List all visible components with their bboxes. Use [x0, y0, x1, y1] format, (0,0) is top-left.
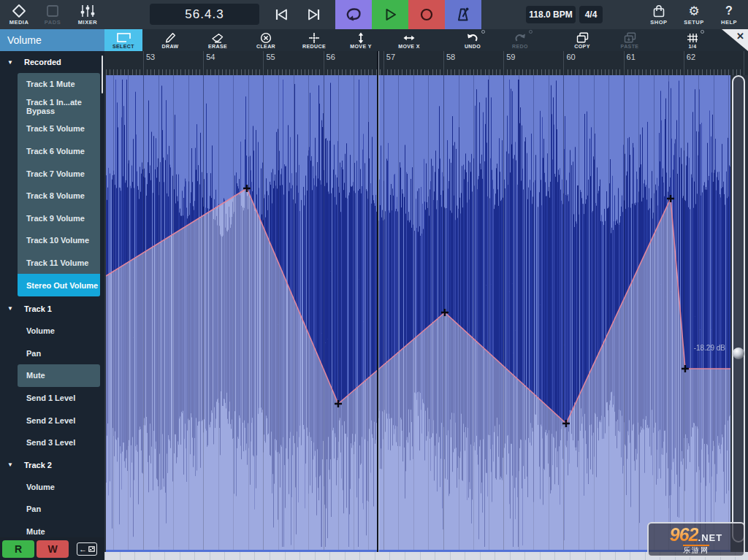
ruler-bar-number: 58 — [446, 53, 455, 61]
erase-tool-button[interactable]: ERASE — [195, 29, 240, 51]
setup-button[interactable]: ⚙ SETUP — [676, 0, 711, 29]
mixer-button[interactable]: MIXER — [70, 0, 105, 29]
media-label: MEDIA — [9, 19, 29, 26]
setup-label: SETUP — [684, 19, 704, 26]
lane-item-pan[interactable]: Pan — [18, 342, 100, 365]
redo-tool-button[interactable]: REDO — [497, 29, 543, 51]
move-y-tool-button[interactable]: MOVE Y — [338, 29, 383, 51]
lane-item-track-1-mute[interactable]: Track 1 Mute — [18, 73, 100, 96]
back-to-arranger-button[interactable]: ← — [77, 542, 97, 556]
lane-item-track-7-volume[interactable]: Track 7 Volume — [18, 162, 100, 185]
group-header-recorded[interactable]: ▼Recorded — [0, 51, 104, 73]
parameter-name-strip[interactable]: Volume — [0, 29, 104, 51]
lane-item-send-2-level[interactable]: Send 2 Level — [18, 409, 100, 431]
ruler-bar-number: 54 — [206, 53, 215, 61]
grid-tool-label: 1/4 — [689, 44, 697, 49]
timeline-ruler[interactable]: 53545556575859606162 — [104, 51, 748, 75]
lane-item-track-1-in-ate-bypass[interactable]: Track 1 In...ate Bypass — [18, 96, 100, 118]
lane-item-track-10-volume[interactable]: Track 10 Volume — [18, 229, 100, 252]
reduce-tool-button[interactable]: REDUCE — [291, 29, 337, 51]
ruler-bar-number: 56 — [327, 53, 335, 61]
media-button[interactable]: MEDIA — [1, 0, 37, 29]
pads-icon — [46, 4, 59, 18]
help-label: HELP — [721, 19, 737, 26]
forward-button[interactable] — [298, 0, 330, 29]
undo-tool-button[interactable]: UNDO — [450, 29, 495, 51]
draw-tool-button[interactable]: DRAW — [148, 29, 193, 51]
metronome-button[interactable] — [445, 0, 481, 29]
movey-icon — [356, 32, 365, 44]
cycle-icon — [344, 7, 363, 23]
lane-item-track-9-volume[interactable]: Track 9 Volume — [18, 207, 100, 230]
help-icon: ? — [725, 4, 733, 18]
select-tool-button[interactable]: SELECT — [104, 29, 142, 51]
time-display[interactable]: 56.4.3 — [150, 4, 259, 25]
lane-item-send-1-level[interactable]: Send 1 Level — [18, 387, 100, 410]
cycle-button[interactable] — [335, 0, 372, 29]
read-automation-button[interactable]: R — [2, 540, 34, 558]
lane-item-volume[interactable]: Volume — [18, 320, 100, 342]
playhead-highlight — [378, 51, 379, 552]
ruler-bar-number: 55 — [266, 53, 275, 61]
vertical-scrollbar[interactable] — [732, 75, 745, 542]
lane-item-stereo-out-volume[interactable]: Stereo Out Volume — [18, 274, 100, 296]
lane-item-mute[interactable]: Mute — [18, 521, 100, 537]
lane-item-mute[interactable]: Mute — [18, 364, 100, 387]
redo-icon — [514, 32, 527, 44]
play-icon — [383, 7, 397, 22]
shop-button[interactable]: SHOP — [641, 0, 676, 29]
record-button[interactable] — [408, 0, 445, 29]
shop-label: SHOP — [650, 19, 667, 26]
grid-tool-button[interactable]: 1/4 — [670, 29, 715, 51]
collapse-triangle-icon: ▼ — [7, 461, 13, 468]
watermark-number: 962 — [670, 526, 698, 544]
lane-item-pan[interactable]: Pan — [18, 498, 100, 521]
reduce-tool-label: REDUCE — [302, 44, 326, 49]
erase-tool-label: ERASE — [208, 44, 227, 49]
watermark-chinese: 乐游网 — [683, 545, 709, 554]
lane-item-track-8-volume[interactable]: Track 8 Volume — [18, 185, 100, 207]
reduce-icon — [308, 32, 320, 44]
movex-icon — [403, 32, 415, 44]
help-button[interactable]: ? HELP — [711, 0, 747, 29]
grid-icon — [687, 32, 698, 44]
back-arrow-icon: ← — [79, 545, 87, 553]
move-x-tool-button[interactable]: MOVE X — [386, 29, 432, 51]
collapse-triangle-icon: ▼ — [7, 305, 13, 312]
close-icon: ✕ — [736, 31, 744, 42]
rewind-button[interactable] — [265, 0, 297, 29]
group-header-track-2[interactable]: ▼Track 2 — [0, 454, 104, 476]
clear-tool-button[interactable]: CLEAR — [243, 29, 289, 51]
eraser-icon — [211, 32, 224, 44]
ruler-bar-number: 53 — [146, 53, 155, 61]
pads-button[interactable]: PADS — [35, 0, 70, 29]
lane-item-send-3-level[interactable]: Send 3 Level — [18, 431, 100, 454]
lane-item-track-6-volume[interactable]: Track 6 Volume — [18, 140, 100, 163]
time-signature-display[interactable]: 4/4 — [579, 6, 603, 23]
write-automation-button[interactable]: W — [37, 540, 69, 558]
ruler-bar-number: 61 — [627, 53, 636, 61]
lane-item-track-11-volume[interactable]: Track 11 Volume — [18, 252, 100, 275]
scrollbar-zoom-knob[interactable] — [733, 348, 744, 359]
copy-icon — [576, 32, 589, 44]
clear-tool-label: CLEAR — [256, 44, 275, 49]
close-editor-button[interactable]: ✕ — [722, 29, 748, 51]
play-button[interactable] — [372, 0, 408, 29]
automation-lane-list: ▼RecordedTrack 1 MuteTrack 1 In...ate By… — [0, 51, 104, 537]
ruler-bar-number: 57 — [386, 53, 395, 61]
tempo-display[interactable]: 118.0 BPM — [526, 6, 576, 23]
copy-tool-button[interactable]: COPY — [560, 29, 605, 51]
lane-item-volume[interactable]: Volume — [18, 476, 100, 499]
waveform-event[interactable]: -18.29 dB — [106, 75, 730, 550]
paste-tool-button[interactable]: PASTE — [607, 29, 652, 51]
automation-curve[interactable] — [106, 75, 730, 550]
draw-tool-label: DRAW — [162, 44, 179, 49]
lane-item-track-5-volume[interactable]: Track 5 Volume — [18, 118, 100, 140]
automation-point[interactable] — [667, 195, 674, 202]
undo-tool-label: UNDO — [465, 44, 481, 49]
forward-icon — [305, 8, 323, 21]
select-tool-label: SELECT — [112, 44, 134, 49]
group-header-track-1[interactable]: ▼Track 1 — [0, 298, 104, 320]
metronome-icon — [455, 7, 471, 23]
ruler-bar-number: 62 — [687, 53, 695, 61]
